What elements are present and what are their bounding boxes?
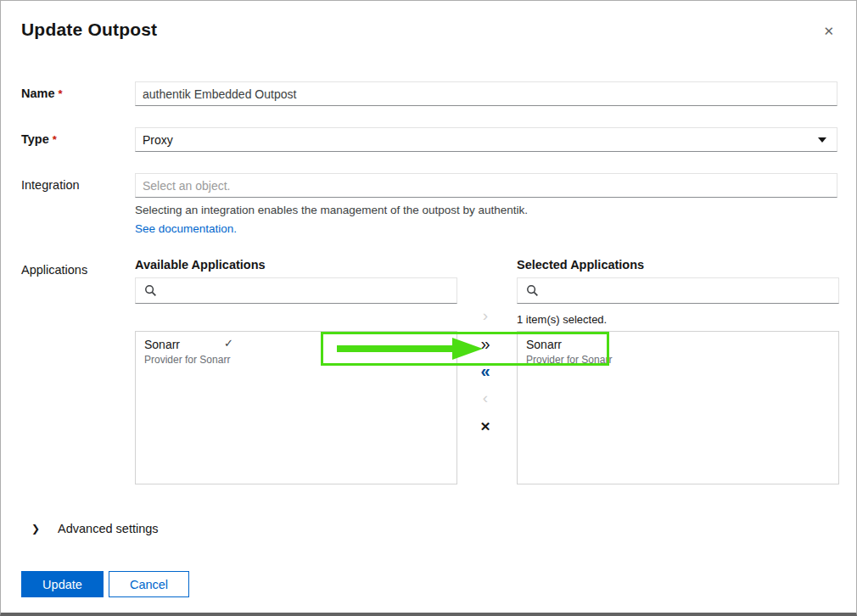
selected-search-input[interactable] xyxy=(546,284,830,298)
clear-selection-button[interactable]: ✕ xyxy=(473,416,498,438)
remove-selected-button[interactable]: ‹ xyxy=(473,387,498,409)
add-selected-button[interactable]: › xyxy=(473,305,498,327)
selected-applications-header: Selected Applications xyxy=(517,258,644,272)
advanced-settings-label: Advanced settings xyxy=(58,522,159,535)
selected-search-box xyxy=(517,277,839,304)
available-applications-header: Available Applications xyxy=(135,258,266,272)
update-outpost-modal: Update Outpost ✕ Name* Type* Proxy Integ… xyxy=(0,0,857,616)
modal-title: Update Outpost xyxy=(21,20,157,40)
name-input[interactable] xyxy=(135,81,837,106)
selected-applications-list: Sonarr Provider for Sonarr xyxy=(517,331,839,484)
check-icon: ✓ xyxy=(224,337,233,350)
application-name: Sonarr xyxy=(526,338,830,351)
list-item[interactable]: Sonarr Provider for Sonarr ✓ xyxy=(136,332,457,371)
integration-help-text: Selecting an integration enables the man… xyxy=(135,204,528,216)
required-asterisk: * xyxy=(53,133,57,146)
integration-input[interactable] xyxy=(135,173,837,198)
see-documentation-link[interactable]: See documentation. xyxy=(135,222,237,235)
search-icon xyxy=(144,284,157,297)
update-button[interactable]: Update xyxy=(21,571,104,597)
cancel-button[interactable]: Cancel xyxy=(109,571,189,597)
close-icon[interactable]: ✕ xyxy=(823,25,834,37)
available-search-box xyxy=(135,277,457,304)
required-asterisk: * xyxy=(59,87,63,100)
application-description: Provider for Sonarr xyxy=(526,354,830,366)
name-label: Name* xyxy=(21,87,63,100)
application-description: Provider for Sonarr xyxy=(144,354,448,366)
chevron-right-icon: ❯ xyxy=(31,523,40,535)
search-icon xyxy=(526,284,539,297)
application-name: Sonarr xyxy=(144,338,448,351)
type-label: Type* xyxy=(21,132,57,146)
available-search-input[interactable] xyxy=(164,284,448,298)
caret-down-icon xyxy=(818,137,826,143)
remove-all-button[interactable]: « xyxy=(473,360,498,382)
type-select[interactable]: Proxy xyxy=(135,127,837,152)
available-applications-list: Sonarr Provider for Sonarr ✓ xyxy=(135,331,457,484)
type-select-value: Proxy xyxy=(143,133,173,147)
list-item[interactable]: Sonarr Provider for Sonarr xyxy=(518,332,838,371)
applications-label: Applications xyxy=(21,263,87,277)
integration-label: Integration xyxy=(21,178,80,192)
advanced-settings-toggle[interactable]: ❯ Advanced settings xyxy=(21,517,162,540)
add-all-button[interactable]: » xyxy=(473,333,498,355)
selected-count-status: 1 item(s) selected. xyxy=(517,313,607,326)
